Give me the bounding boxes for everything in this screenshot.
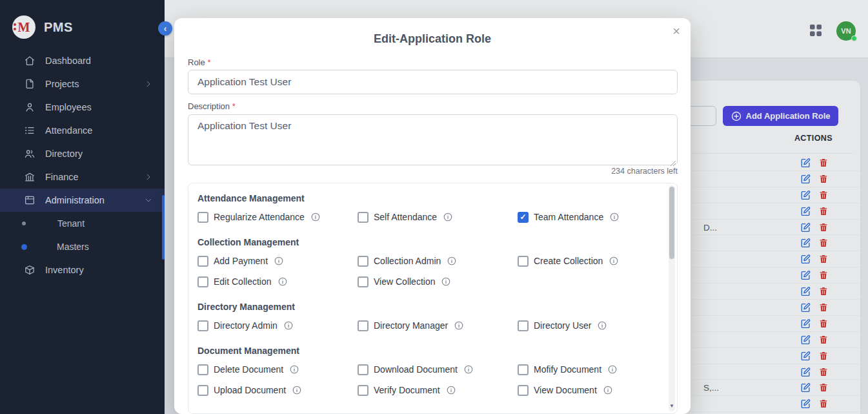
permission-view-collection[interactable]: View Collection: [358, 276, 518, 287]
permission-label: Verify Document: [374, 385, 440, 395]
permission-grid: Delete DocumentDownload DocumentMofify D…: [197, 364, 654, 396]
permission-self-attendance[interactable]: Self Attendance: [358, 211, 518, 223]
info-icon[interactable]: [598, 321, 607, 330]
role-label: Role *: [188, 57, 210, 67]
checkbox[interactable]: [197, 364, 208, 375]
permission-group-title: Directory Management: [197, 302, 654, 312]
permission-grid: Regularize AttendanceSelf AttendanceTeam…: [197, 211, 654, 223]
checkbox[interactable]: [197, 320, 208, 331]
permission-view-document[interactable]: View Document: [518, 384, 678, 396]
scrollbar[interactable]: ▼: [669, 185, 675, 411]
permission-download-document[interactable]: Download Document: [358, 364, 518, 375]
checkbox[interactable]: [358, 256, 368, 267]
characters-left-counter: 234 characters left: [188, 167, 678, 176]
permission-label: View Document: [534, 385, 597, 395]
permission-mofify-document[interactable]: Mofify Document: [518, 364, 678, 375]
info-icon[interactable]: [311, 212, 320, 222]
required-asterisk: *: [207, 57, 210, 67]
close-icon[interactable]: ×: [667, 22, 685, 40]
permission-group-title: Document Management: [197, 346, 654, 356]
checkbox[interactable]: [197, 212, 208, 223]
permission-label: Add Payment: [214, 256, 268, 266]
required-asterisk: *: [232, 101, 236, 111]
info-icon[interactable]: [441, 277, 450, 286]
role-input[interactable]: [188, 70, 678, 94]
checkbox-checked[interactable]: [518, 212, 529, 223]
permission-label: Directory Manager: [374, 320, 448, 331]
permission-grid: Add PaymentCollection AdminCreate Collec…: [197, 255, 654, 287]
permission-verify-document[interactable]: Verify Document: [358, 384, 518, 396]
checkbox[interactable]: [358, 320, 368, 331]
permission-group: Collection ManagementAdd PaymentCollecti…: [197, 237, 654, 287]
permission-group: Attendance ManagementRegularize Attendan…: [197, 193, 654, 223]
permission-label: Delete Document: [214, 364, 283, 375]
permission-add-payment[interactable]: Add Payment: [197, 255, 358, 267]
permission-edit-collection[interactable]: Edit Collection: [197, 276, 358, 287]
info-icon[interactable]: [454, 321, 463, 330]
checkbox[interactable]: [518, 385, 529, 396]
checkbox[interactable]: [518, 256, 529, 267]
permission-label: Upload Document: [214, 385, 286, 395]
checkbox[interactable]: [197, 276, 208, 287]
info-icon[interactable]: [278, 277, 287, 286]
info-icon[interactable]: [292, 386, 301, 395]
description-label: Description *: [188, 101, 236, 111]
permission-label: Regularize Attendance: [214, 212, 305, 222]
permission-label: Edit Collection: [214, 276, 272, 287]
permission-group: Directory ManagementDirectory AdminDirec…: [197, 302, 654, 331]
permission-group-title: Collection Management: [197, 237, 654, 247]
permission-label: Mofify Document: [534, 364, 601, 375]
modal-title: Edit-Application Role: [174, 32, 691, 46]
permission-create-collection[interactable]: Create Collection: [518, 255, 678, 267]
permission-label: Directory Admin: [214, 320, 278, 331]
description-input[interactable]: Application Test User: [188, 114, 678, 165]
info-icon[interactable]: [447, 256, 456, 265]
permission-upload-document[interactable]: Upload Document: [197, 384, 358, 396]
permission-label: Team Attendance: [534, 212, 603, 222]
checkbox[interactable]: [518, 364, 529, 375]
permission-team-attendance[interactable]: Team Attendance: [518, 211, 678, 223]
permission-label: View Collection: [374, 276, 435, 287]
permission-directory-manager[interactable]: Directory Manager: [358, 320, 518, 331]
checkbox[interactable]: [358, 276, 368, 287]
permission-label: Self Attendance: [374, 212, 437, 222]
info-icon[interactable]: [447, 386, 456, 395]
edit-application-role-modal: Edit-Application Role × Role * Descripti…: [174, 18, 691, 414]
permission-grid: Directory AdminDirectory ManagerDirector…: [197, 320, 654, 331]
permission-delete-document[interactable]: Delete Document: [197, 364, 358, 375]
permission-label: Directory User: [534, 320, 591, 331]
screen: M PMS DashboardProjectsEmployeesAttendan…: [0, 0, 868, 414]
checkbox[interactable]: [197, 385, 208, 396]
permission-label: Download Document: [374, 364, 458, 375]
info-icon[interactable]: [443, 212, 452, 222]
info-icon[interactable]: [608, 365, 617, 374]
checkbox[interactable]: [358, 212, 368, 223]
checkbox[interactable]: [358, 364, 368, 375]
permission-label: Create Collection: [534, 256, 603, 266]
info-icon[interactable]: [464, 365, 473, 374]
scroll-down-icon[interactable]: ▼: [669, 403, 675, 409]
info-icon[interactable]: [610, 212, 619, 222]
info-icon[interactable]: [290, 365, 299, 374]
checkbox[interactable]: [518, 320, 529, 331]
permission-groups: Attendance ManagementRegularize Attendan…: [197, 193, 654, 396]
info-icon[interactable]: [603, 386, 612, 395]
checkbox[interactable]: [358, 385, 368, 396]
info-icon[interactable]: [609, 256, 618, 265]
permission-regularize-attendance[interactable]: Regularize Attendance: [197, 211, 358, 223]
checkbox[interactable]: [197, 256, 208, 267]
permission-group: Document ManagementDelete DocumentDownlo…: [197, 346, 654, 396]
permission-directory-admin[interactable]: Directory Admin: [197, 320, 358, 331]
permission-group-title: Attendance Management: [197, 193, 654, 203]
info-icon[interactable]: [284, 321, 293, 330]
scrollbar-thumb[interactable]: [669, 187, 674, 259]
info-icon[interactable]: [274, 256, 283, 265]
permission-collection-admin[interactable]: Collection Admin: [358, 255, 518, 267]
permission-directory-user[interactable]: Directory User: [518, 320, 678, 331]
permission-label: Collection Admin: [374, 256, 441, 266]
permissions-panel: Attendance ManagementRegularize Attendan…: [188, 183, 678, 414]
